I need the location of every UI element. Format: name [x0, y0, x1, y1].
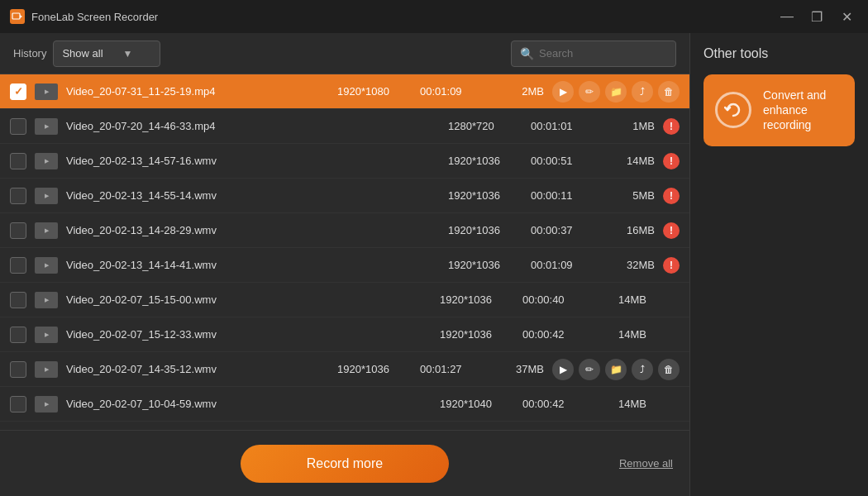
row-checkbox[interactable]: ✓: [10, 83, 26, 100]
delete-button[interactable]: 🗑: [658, 81, 680, 103]
record-duration: 00:00:51: [531, 155, 605, 167]
record-filename: Video_20-02-07_15-12-33.wmv: [66, 328, 432, 341]
close-button[interactable]: ✕: [835, 5, 858, 28]
table-row[interactable]: Video_20-07-20_14-46-33.mp4 1280*720 00:…: [0, 109, 689, 144]
error-badge: !: [663, 222, 680, 239]
record-filename: Video_20-07-20_14-46-33.mp4: [66, 120, 440, 132]
record-resolution: 1920*1036: [440, 293, 522, 306]
row-checkbox[interactable]: [10, 257, 26, 274]
record-filename: Video_20-02-07_10-04-59.wmv: [66, 398, 432, 410]
record-size: 32MB: [605, 259, 655, 271]
error-badge: !: [663, 188, 680, 204]
table-row[interactable]: Video_20-02-13_14-14-41.wmv 1920*1036 00…: [0, 248, 689, 283]
remove-all-button[interactable]: Remove all: [619, 457, 673, 470]
minimize-button[interactable]: —: [775, 5, 799, 28]
play-button[interactable]: ▶: [552, 81, 574, 103]
record-filename: Video_20-02-07_14-35-12.wmv: [66, 363, 329, 375]
row-checkbox[interactable]: [10, 222, 26, 239]
video-thumbnail: [35, 291, 58, 309]
toolbar: History Show all ▼ 🔍: [0, 33, 689, 74]
row-checkbox[interactable]: [10, 188, 26, 204]
table-row[interactable]: Video_20-02-07_14-35-12.wmv 1920*1036 00…: [0, 352, 689, 387]
left-panel: History Show all ▼ 🔍 ✓ Video_20-07-31_11…: [0, 33, 690, 496]
video-thumb-icon: [35, 222, 58, 239]
row-checkbox[interactable]: [10, 118, 26, 135]
record-size: 16MB: [605, 224, 655, 236]
video-thumb-icon: [35, 118, 58, 135]
record-size: 1MB: [605, 120, 655, 132]
video-thumb-icon: [35, 153, 58, 169]
table-row[interactable]: Video_20-02-13_14-55-14.wmv 1920*1036 00…: [0, 179, 689, 213]
convert-icon: [715, 92, 751, 128]
video-thumb-icon: [35, 257, 58, 274]
video-thumb-icon: [35, 361, 58, 378]
row-action-buttons: ▶ ✏ 📁 ⤴ 🗑: [552, 359, 680, 380]
error-badge: !: [663, 153, 680, 169]
main-container: History Show all ▼ 🔍 ✓ Video_20-07-31_11…: [0, 33, 868, 496]
record-filename: Video_20-02-13_14-28-29.wmv: [66, 224, 440, 236]
convert-enhance-tool[interactable]: Convert and enhance recording: [703, 74, 855, 146]
other-tools-title: Other tools: [703, 46, 855, 61]
row-checkbox[interactable]: [10, 292, 26, 308]
delete-button[interactable]: 🗑: [658, 359, 680, 380]
record-filename: Video_20-02-13_14-14-41.wmv: [66, 259, 440, 271]
video-thumbnail: [35, 360, 58, 379]
row-action-buttons: ▶ ✏ 📁 ⤴ 🗑: [552, 81, 680, 103]
video-thumb-icon: [35, 396, 58, 413]
table-row[interactable]: Video_20-02-06_17-48-44.wmv 1920*1080 00…: [0, 422, 689, 430]
folder-button[interactable]: 📁: [605, 81, 627, 103]
app-title: FoneLab Screen Recorder: [31, 11, 158, 23]
filter-dropdown[interactable]: Show all ▼: [53, 41, 160, 67]
video-thumbnail: [35, 395, 58, 413]
share-button[interactable]: ⤴: [632, 359, 653, 380]
record-size: 14MB: [597, 293, 646, 306]
window-controls: — ❐ ✕: [775, 5, 858, 28]
row-checkbox[interactable]: [10, 396, 26, 413]
row-checkbox[interactable]: [10, 361, 26, 378]
error-badge: !: [663, 118, 680, 135]
record-filename: Video_20-02-13_14-55-14.wmv: [66, 189, 440, 202]
share-button[interactable]: ⤴: [632, 81, 653, 103]
folder-button[interactable]: 📁: [605, 359, 627, 380]
row-checkbox[interactable]: [10, 327, 26, 343]
record-size: 14MB: [597, 398, 646, 410]
row-checkbox[interactable]: [10, 153, 26, 169]
edit-button[interactable]: ✏: [579, 81, 600, 103]
play-button[interactable]: ▶: [552, 359, 574, 380]
right-panel: Other tools Convert and enhance recordin…: [690, 33, 868, 496]
search-input[interactable]: [539, 47, 667, 60]
record-resolution: 1920*1080: [337, 85, 420, 98]
record-duration: 00:00:37: [531, 224, 605, 236]
record-size: 5MB: [605, 189, 655, 202]
toolbar-left: History Show all ▼: [13, 41, 160, 67]
footer: Record more Remove all: [0, 430, 689, 496]
record-more-button[interactable]: Record more: [241, 445, 449, 483]
record-resolution: 1920*1036: [448, 259, 531, 271]
video-thumbnail: [35, 117, 58, 136]
video-thumbnail: [35, 152, 58, 170]
record-duration: 00:01:27: [420, 363, 494, 375]
record-size: 14MB: [605, 155, 655, 167]
video-thumbnail: [35, 326, 58, 344]
search-box: 🔍: [511, 41, 676, 67]
chevron-down-icon: ▼: [123, 48, 133, 60]
table-row[interactable]: Video_20-02-13_14-57-16.wmv 1920*1036 00…: [0, 144, 689, 179]
table-row[interactable]: Video_20-02-07_10-04-59.wmv 1920*1040 00…: [0, 387, 689, 422]
table-row[interactable]: ✓ Video_20-07-31_11-25-19.mp4 1920*1080 …: [0, 74, 689, 109]
edit-button[interactable]: ✏: [579, 359, 600, 380]
table-row[interactable]: Video_20-02-07_15-12-33.wmv 1920*1036 00…: [0, 317, 689, 352]
record-filename: Video_20-07-31_11-25-19.mp4: [66, 85, 329, 98]
maximize-button[interactable]: ❐: [805, 5, 828, 28]
table-row[interactable]: Video_20-02-13_14-28-29.wmv 1920*1036 00…: [0, 213, 689, 248]
record-duration: 00:00:42: [522, 328, 597, 341]
history-label: History: [13, 47, 46, 60]
error-badge: !: [663, 257, 680, 274]
video-thumb-icon: [35, 292, 58, 308]
table-row[interactable]: Video_20-02-07_15-15-00.wmv 1920*1036 00…: [0, 283, 689, 317]
video-thumbnail: [35, 222, 58, 240]
record-size: 2MB: [494, 85, 544, 98]
record-resolution: 1920*1036: [440, 328, 522, 341]
record-duration: 00:00:11: [531, 189, 605, 202]
record-filename: Video_20-02-13_14-57-16.wmv: [66, 155, 440, 167]
video-thumbnail: [35, 187, 58, 205]
